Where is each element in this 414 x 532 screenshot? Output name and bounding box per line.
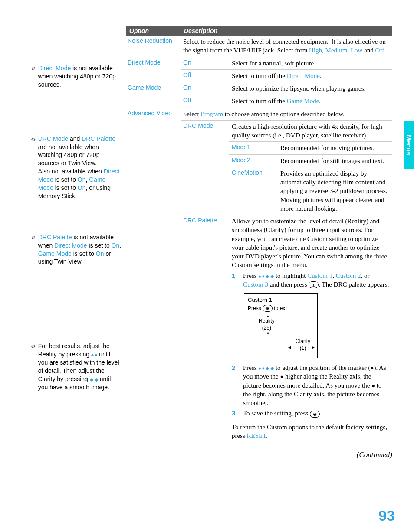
tip-icon: ☼ — [30, 233, 36, 266]
step-2: 2 Press ♠ ♦ ◆ ◆ to adjust the position o… — [232, 363, 390, 407]
enter-button-icon: ⊕ — [309, 281, 319, 288]
arrow-up-down-icon: ♠ ♦ — [91, 352, 98, 357]
enter-button-icon: ⊕ — [263, 305, 273, 312]
drc-palette-diagram: Custom 1 Press ⊕ to exit ▲ Reality (25) … — [244, 293, 318, 358]
marker-dot-icon: ● — [371, 382, 375, 389]
triangle-left-icon: ◀ — [288, 345, 291, 350]
arrow-udlr-icon: ♠ ♦ ◆ ◆ — [258, 274, 274, 279]
enter-button-icon: ⊕ — [310, 411, 320, 418]
side-tab-menus: Menus — [404, 121, 414, 169]
row-advanced-video: Advanced Video Select Program to choose … — [126, 108, 392, 120]
table-header: Option Description — [126, 26, 392, 36]
row-direct-mode-on: Direct Mode On Select for a natural, sof… — [126, 57, 392, 69]
margin-notes: ☼ Direct Mode is not available when watc… — [30, 26, 122, 459]
row-game-mode-on: Game Mode On Select to optimize the lips… — [126, 82, 392, 95]
note-drc-mode-palette: ☼ DRC Mode and DRC Palette are not avail… — [30, 135, 122, 200]
step-1: 1 Press ♠ ♦ ◆ ◆ to highlight Custom 1, C… — [232, 271, 390, 289]
options-table: Option Description Noise Reduction Selec… — [126, 26, 392, 459]
note-best-results: ☼ For best results, adjust the Reality b… — [30, 342, 122, 391]
row-noise-reduction: Noise Reduction Select to reduce the noi… — [126, 36, 392, 57]
tip-icon: ☼ — [30, 135, 36, 200]
tip-icon: ☼ — [30, 342, 36, 391]
step-3: 3 To save the setting, press ⊕. — [232, 409, 390, 418]
tip-icon: ☼ — [30, 64, 36, 89]
triangle-down-icon: ▼ — [266, 331, 270, 336]
triangle-right-icon: ▶ — [312, 345, 315, 350]
arrow-left-right-icon: ◆ ◆ — [90, 377, 98, 382]
note-direct-mode: ☼ Direct Mode is not available when watc… — [30, 64, 122, 89]
continued-label: (Continued) — [126, 450, 392, 459]
note-drc-palette: ☼ DRC Palette is not available when Dire… — [30, 233, 122, 266]
reset-note: To return the Custom options to the defa… — [232, 421, 390, 441]
arrow-udlr-icon: ♠ ♦ ◆ ◆ — [258, 366, 274, 371]
page-number: 93 — [378, 507, 395, 524]
